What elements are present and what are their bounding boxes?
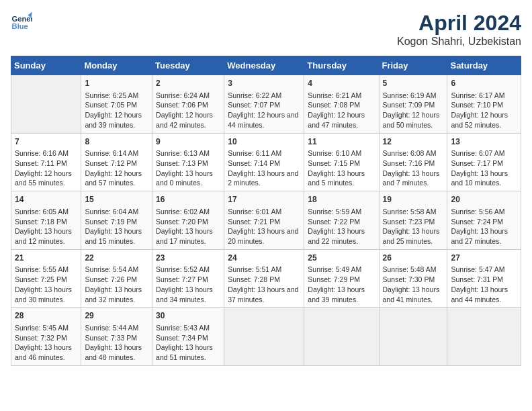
day-number: 16	[156, 194, 220, 205]
day-number: 21	[15, 253, 77, 264]
sunrise-text: Sunrise: 5:44 AM	[85, 324, 138, 332]
daylight-text: Daylight: 13 hours and 51 minutes.	[156, 343, 213, 361]
calendar-cell	[304, 308, 379, 366]
calendar-cell	[11, 75, 81, 134]
sunrise-text: Sunrise: 6:10 AM	[308, 149, 361, 157]
sunset-text: Sunset: 7:27 PM	[156, 275, 208, 283]
calendar-cell: 18Sunrise: 5:59 AMSunset: 7:22 PMDayligh…	[304, 191, 379, 250]
sunrise-text: Sunrise: 6:13 AM	[156, 149, 210, 157]
calendar-week-row: 21Sunrise: 5:55 AMSunset: 7:25 PMDayligh…	[11, 249, 521, 308]
daylight-text: Daylight: 12 hours and 42 minutes.	[156, 111, 213, 129]
sunset-text: Sunset: 7:30 PM	[383, 275, 435, 283]
daylight-text: Daylight: 12 hours and 47 minutes.	[308, 111, 365, 129]
sunset-text: Sunset: 7:16 PM	[383, 159, 435, 167]
daylight-text: Daylight: 13 hours and 7 minutes.	[383, 169, 440, 187]
day-number: 27	[451, 253, 517, 264]
day-number: 17	[228, 194, 300, 205]
day-number: 25	[308, 253, 375, 264]
calendar-week-row: 7Sunrise: 6:16 AMSunset: 7:11 PMDaylight…	[11, 133, 521, 191]
day-number: 29	[85, 310, 148, 322]
calendar-week-row: 1Sunrise: 6:25 AMSunset: 7:05 PMDaylight…	[11, 75, 521, 134]
calendar-cell	[379, 308, 447, 366]
calendar-cell: 12Sunrise: 6:08 AMSunset: 7:16 PMDayligh…	[379, 133, 447, 191]
daylight-text: Daylight: 13 hours and 44 minutes.	[451, 285, 508, 304]
day-number: 2	[156, 78, 220, 89]
location-subtitle: Kogon Shahri, Uzbekistan	[397, 36, 521, 48]
sunrise-text: Sunrise: 6:11 AM	[228, 149, 281, 157]
calendar-cell: 14Sunrise: 6:05 AMSunset: 7:18 PMDayligh…	[11, 191, 81, 250]
day-number: 4	[308, 78, 375, 89]
sunrise-text: Sunrise: 6:04 AM	[85, 208, 138, 216]
calendar-cell: 15Sunrise: 6:04 AMSunset: 7:19 PMDayligh…	[81, 191, 152, 250]
calendar-cell: 21Sunrise: 5:55 AMSunset: 7:25 PMDayligh…	[11, 249, 81, 308]
calendar-cell: 4Sunrise: 6:21 AMSunset: 7:08 PMDaylight…	[304, 75, 379, 134]
daylight-text: Daylight: 12 hours and 50 minutes.	[383, 111, 440, 129]
sunrise-text: Sunrise: 6:17 AM	[451, 91, 504, 99]
calendar-cell: 6Sunrise: 6:17 AMSunset: 7:10 PMDaylight…	[447, 75, 521, 134]
day-number: 8	[85, 136, 148, 148]
sunrise-text: Sunrise: 5:45 AM	[15, 324, 69, 332]
sunrise-text: Sunrise: 6:02 AM	[156, 208, 210, 216]
day-number: 26	[383, 253, 444, 264]
sunrise-text: Sunrise: 6:24 AM	[156, 91, 210, 99]
sunset-text: Sunset: 7:20 PM	[156, 218, 208, 226]
calendar-cell: 2Sunrise: 6:24 AMSunset: 7:06 PMDaylight…	[152, 75, 224, 134]
sunrise-text: Sunrise: 6:07 AM	[451, 149, 504, 157]
sunrise-text: Sunrise: 5:47 AM	[451, 265, 504, 273]
day-number: 24	[228, 253, 300, 264]
daylight-text: Daylight: 13 hours and 37 minutes.	[228, 285, 298, 304]
daylight-text: Daylight: 13 hours and 34 minutes.	[156, 285, 213, 304]
calendar-cell: 13Sunrise: 6:07 AMSunset: 7:17 PMDayligh…	[447, 133, 521, 191]
calendar-week-row: 28Sunrise: 5:45 AMSunset: 7:32 PMDayligh…	[11, 308, 521, 366]
day-number: 18	[308, 194, 375, 205]
day-number: 28	[15, 310, 77, 322]
weekday-header-wednesday: Wednesday	[224, 56, 304, 75]
calendar-cell: 9Sunrise: 6:13 AMSunset: 7:13 PMDaylight…	[152, 133, 224, 191]
sunrise-text: Sunrise: 6:21 AM	[308, 91, 361, 99]
sunset-text: Sunset: 7:15 PM	[308, 159, 360, 167]
sunrise-text: Sunrise: 6:16 AM	[15, 149, 69, 157]
day-number: 11	[308, 136, 375, 148]
sunset-text: Sunset: 7:07 PM	[228, 101, 280, 109]
sunset-text: Sunset: 7:11 PM	[15, 159, 67, 167]
calendar-cell: 17Sunrise: 6:01 AMSunset: 7:21 PMDayligh…	[224, 191, 304, 250]
sunset-text: Sunset: 7:24 PM	[451, 218, 503, 226]
calendar-cell: 26Sunrise: 5:48 AMSunset: 7:30 PMDayligh…	[379, 249, 447, 308]
daylight-text: Daylight: 13 hours and 41 minutes.	[383, 285, 440, 304]
daylight-text: Daylight: 12 hours and 39 minutes.	[85, 111, 142, 129]
calendar-cell: 25Sunrise: 5:49 AMSunset: 7:29 PMDayligh…	[304, 249, 379, 308]
calendar-cell: 20Sunrise: 5:56 AMSunset: 7:24 PMDayligh…	[447, 191, 521, 250]
day-number: 20	[451, 194, 517, 205]
daylight-text: Daylight: 13 hours and 2 minutes.	[228, 169, 298, 187]
page-header: General Blue April 2024 Kogon Shahri, Uz…	[11, 11, 521, 48]
logo-icon: General Blue	[11, 11, 32, 32]
sunset-text: Sunset: 7:19 PM	[85, 218, 137, 226]
weekday-header-tuesday: Tuesday	[152, 56, 224, 75]
day-number: 14	[15, 194, 77, 205]
day-number: 5	[383, 78, 444, 89]
weekday-header-row: SundayMondayTuesdayWednesdayThursdayFrid…	[11, 56, 521, 75]
daylight-text: Daylight: 13 hours and 25 minutes.	[383, 227, 440, 245]
day-number: 19	[383, 194, 444, 205]
day-number: 12	[383, 136, 444, 148]
day-number: 15	[85, 194, 148, 205]
calendar-cell: 16Sunrise: 6:02 AMSunset: 7:20 PMDayligh…	[152, 191, 224, 250]
daylight-text: Daylight: 13 hours and 46 minutes.	[15, 343, 72, 361]
daylight-text: Daylight: 13 hours and 0 minutes.	[156, 169, 213, 187]
calendar-table: SundayMondayTuesdayWednesdayThursdayFrid…	[11, 56, 521, 366]
weekday-header-monday: Monday	[81, 56, 152, 75]
sunset-text: Sunset: 7:18 PM	[15, 218, 67, 226]
day-number: 7	[15, 136, 77, 148]
daylight-text: Daylight: 13 hours and 27 minutes.	[451, 227, 508, 245]
weekday-header-sunday: Sunday	[11, 56, 81, 75]
calendar-cell: 28Sunrise: 5:45 AMSunset: 7:32 PMDayligh…	[11, 308, 81, 366]
sunrise-text: Sunrise: 6:05 AM	[15, 208, 69, 216]
calendar-cell: 10Sunrise: 6:11 AMSunset: 7:14 PMDayligh…	[224, 133, 304, 191]
daylight-text: Daylight: 13 hours and 5 minutes.	[308, 169, 365, 187]
svg-text:Blue: Blue	[12, 22, 28, 30]
sunrise-text: Sunrise: 5:56 AM	[451, 208, 504, 216]
sunset-text: Sunset: 7:23 PM	[383, 218, 435, 226]
sunset-text: Sunset: 7:22 PM	[308, 218, 360, 226]
weekday-header-friday: Friday	[379, 56, 447, 75]
calendar-week-row: 14Sunrise: 6:05 AMSunset: 7:18 PMDayligh…	[11, 191, 521, 250]
